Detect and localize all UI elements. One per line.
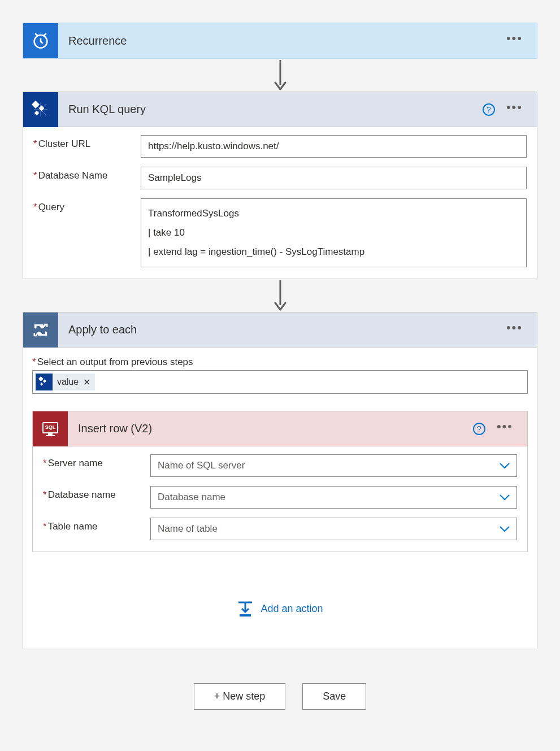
query-label: *Query bbox=[33, 198, 141, 213]
svg-rect-3 bbox=[34, 110, 39, 115]
connector-arrow bbox=[23, 59, 537, 92]
cluster-url-label: *Cluster URL bbox=[33, 135, 141, 150]
svg-rect-6 bbox=[40, 383, 43, 385]
database-name-label: *Database name bbox=[43, 486, 150, 501]
more-icon[interactable]: ••• bbox=[497, 427, 513, 431]
select-output-label: *Select an output from previous steps bbox=[32, 357, 528, 368]
server-name-label: *Server name bbox=[43, 454, 150, 469]
connector-arrow bbox=[23, 279, 537, 312]
save-button[interactable]: Save bbox=[302, 683, 366, 710]
value-token[interactable]: value ✕ bbox=[36, 374, 95, 390]
insert-row-title: Insert row (V2) bbox=[68, 422, 473, 435]
more-icon[interactable]: ••• bbox=[506, 38, 523, 43]
svg-text:SQL: SQL bbox=[45, 424, 56, 430]
apply-header[interactable]: Apply to each ••• bbox=[23, 312, 537, 348]
recurrence-step[interactable]: Recurrence ••• bbox=[23, 23, 537, 59]
svg-rect-10 bbox=[46, 435, 55, 436]
database-name-input[interactable] bbox=[141, 167, 527, 189]
close-icon[interactable]: ✕ bbox=[83, 377, 90, 388]
add-action-button[interactable]: Add an action bbox=[32, 552, 528, 640]
apply-title: Apply to each bbox=[58, 323, 506, 336]
cluster-url-input[interactable] bbox=[141, 135, 527, 158]
kql-step: Run KQL query ? ••• *Cluster URL *Databa… bbox=[23, 92, 537, 279]
insert-row-step: SQL Insert row (V2) ? ••• *Server name N… bbox=[32, 411, 528, 552]
table-name-select[interactable]: Name of table bbox=[150, 518, 517, 540]
kql-title: Run KQL query bbox=[58, 103, 483, 116]
add-action-label: Add an action bbox=[261, 603, 323, 615]
help-icon[interactable]: ? bbox=[483, 103, 495, 116]
insert-action-icon bbox=[237, 600, 254, 617]
svg-rect-5 bbox=[43, 379, 46, 383]
svg-rect-4 bbox=[38, 376, 44, 381]
database-name-label: *Database Name bbox=[33, 167, 141, 181]
data-explorer-icon bbox=[23, 92, 58, 127]
new-step-button[interactable]: + New step bbox=[194, 683, 286, 710]
data-explorer-icon bbox=[36, 374, 53, 390]
token-label: value bbox=[57, 377, 79, 387]
kql-header[interactable]: Run KQL query ? ••• bbox=[23, 92, 537, 127]
svg-rect-9 bbox=[48, 433, 53, 435]
recurrence-title: Recurrence bbox=[58, 34, 506, 47]
query-input[interactable]: TransformedSysLogs | take 10 | extend la… bbox=[141, 198, 527, 267]
loop-icon bbox=[23, 312, 58, 348]
more-icon[interactable]: ••• bbox=[506, 107, 523, 112]
help-icon[interactable]: ? bbox=[473, 423, 485, 435]
more-icon[interactable]: ••• bbox=[506, 328, 523, 332]
database-name-select[interactable]: Database name bbox=[150, 486, 517, 509]
table-name-label: *Table name bbox=[43, 518, 150, 532]
apply-to-each-step: Apply to each ••• *Select an output from… bbox=[23, 312, 537, 649]
insert-row-header[interactable]: SQL Insert row (V2) ? ••• bbox=[33, 411, 527, 446]
clock-icon bbox=[23, 23, 58, 58]
server-name-select[interactable]: Name of SQL server bbox=[150, 454, 517, 477]
select-output-input[interactable]: value ✕ bbox=[32, 370, 528, 394]
sql-icon: SQL bbox=[33, 411, 68, 446]
